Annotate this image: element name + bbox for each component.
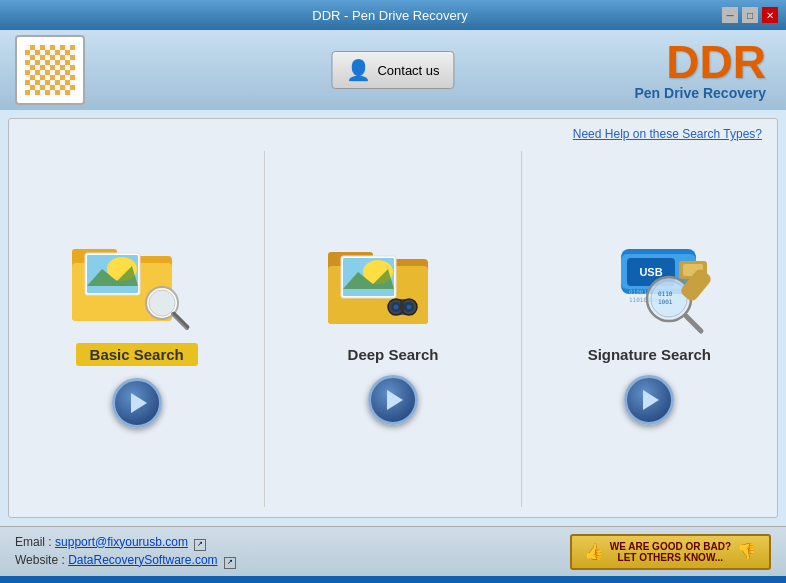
close-button[interactable]: ✕ [762, 7, 778, 23]
basic-search-option: Basic Search [9, 151, 265, 507]
rating-icon: 👍 [584, 542, 604, 561]
play-icon [387, 390, 403, 410]
basic-search-label: Basic Search [76, 343, 198, 366]
svg-text:USB: USB [640, 266, 663, 278]
signature-search-option: USB 01001010 11010010 0110 1001 Signatur… [522, 151, 777, 507]
footer-contact-info: Email : support@fixyourusb.com ↗ Website… [15, 535, 236, 569]
maximize-button[interactable]: □ [742, 7, 758, 23]
rating-text: WE ARE GOOD OR BAD? LET OTHERS KNOW... [610, 541, 731, 563]
svg-text:0110: 0110 [658, 290, 673, 297]
deep-search-play-button[interactable] [368, 375, 418, 425]
website-label: Website : [15, 553, 65, 567]
title-bar-title: DDR - Pen Drive Recovery [58, 8, 722, 23]
rating-button[interactable]: 👍 WE ARE GOOD OR BAD? LET OTHERS KNOW...… [570, 534, 771, 570]
svg-line-36 [686, 316, 701, 331]
deep-search-label: Deep Search [348, 346, 439, 363]
basic-search-play-button[interactable] [112, 378, 162, 428]
help-link[interactable]: Need Help on these Search Types? [9, 119, 777, 141]
title-bar: DDR - Pen Drive Recovery ─ □ ✕ [0, 0, 786, 30]
email-label: Email : [15, 535, 52, 549]
play-icon [131, 393, 147, 413]
footer-email-row: Email : support@fixyourusb.com ↗ [15, 535, 236, 551]
minimize-button[interactable]: ─ [722, 7, 738, 23]
bottom-banner: WWW.P-DD.MOBI [0, 576, 786, 583]
rating-line2: LET OTHERS KNOW... [610, 552, 731, 563]
contact-button[interactable]: 👤 Contact us [331, 51, 454, 89]
website-link[interactable]: DataRecoverySoftware.com [68, 553, 217, 567]
app-header: 👤 Contact us DDR Pen Drive Recovery [0, 30, 786, 110]
svg-line-10 [174, 313, 188, 327]
signature-search-icon: USB 01001010 11010010 0110 1001 [579, 234, 719, 334]
signature-search-label: Signature Search [588, 346, 711, 363]
signature-search-play-button[interactable] [624, 375, 674, 425]
rating-line1: WE ARE GOOD OR BAD? [610, 541, 731, 552]
email-link[interactable]: support@fixyourusb.com [55, 535, 188, 549]
deep-search-option: Deep Search [265, 151, 521, 507]
app-footer: Email : support@fixyourusb.com ↗ Website… [0, 526, 786, 576]
svg-text:1001: 1001 [658, 298, 673, 305]
title-bar-controls: ─ □ ✕ [722, 7, 778, 23]
app-brand: DDR Pen Drive Recovery [634, 39, 766, 101]
basic-search-icon [67, 231, 207, 331]
search-options: Basic Search [9, 141, 777, 517]
contact-icon: 👤 [346, 58, 371, 82]
svg-point-24 [406, 304, 411, 309]
svg-point-23 [393, 304, 398, 309]
deep-search-icon [323, 234, 463, 334]
contact-button-label: Contact us [377, 63, 439, 78]
email-external-icon[interactable]: ↗ [194, 539, 206, 551]
brand-subtitle: Pen Drive Recovery [634, 85, 766, 101]
rating-icon-right: 👎 [737, 542, 757, 561]
footer-website-row: Website : DataRecoverySoftware.com ↗ [15, 553, 236, 569]
website-external-icon[interactable]: ↗ [224, 557, 236, 569]
main-content: Need Help on these Search Types? [8, 118, 778, 518]
logo-checker-pattern [25, 45, 75, 95]
app-logo [15, 35, 85, 105]
brand-name: DDR [634, 39, 766, 85]
svg-point-8 [149, 290, 175, 316]
play-icon [643, 390, 659, 410]
svg-rect-25 [400, 301, 404, 311]
